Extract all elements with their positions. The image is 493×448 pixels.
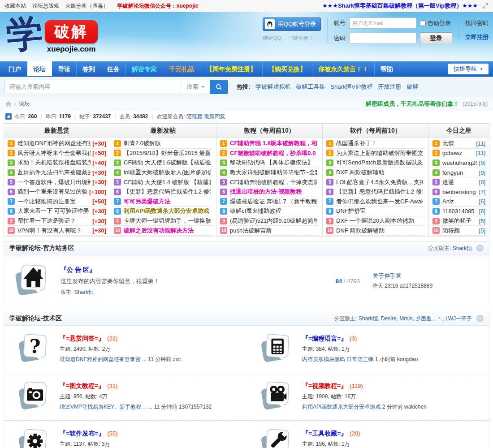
section-header-official[interactable]: 学破解论坛-官方站务区 分区版主: Shark恒 − [4,241,489,255]
thread-link[interactable]: LOL酷客盒子4.5永久免费版，支持 [336,178,423,186]
forum-link[interactable]: 『=软件发布=』 [60,430,104,437]
thread-link[interactable]: 利用API函数通杀大部分安卓游戏 [124,207,211,215]
site-logo[interactable]: 学 破解 xuepojie.com [6,13,98,54]
list-item[interactable]: LOL酷客盒子4.5永久免费版，支持 [326,177,425,187]
list-item[interactable]: CF辅助 大天使1.4 破解版 【核盾验 [114,177,212,187]
list-item[interactable]: 【2015/9/18】虾米音乐2015 最新破 [114,149,212,159]
list-item[interactable]: 移动刷钻代码 【具体步骤依法】 [220,158,319,168]
last-post-link[interactable]: 谁知道DNF邪神的网盘还有登录密 [60,356,141,362]
list-item[interactable]: 找退出暗桩的方法-视频教程 [220,187,319,197]
moderator-link[interactable]: Shark恒 [453,245,472,251]
topbar-link[interactable]: 火眼分析（查毒） [65,3,108,9]
member-link[interactable]: wushuhang201 [442,159,477,166]
fullscreen-arrows-icon[interactable] [482,3,489,9]
thread-link[interactable]: 移动刷钻代码 【具体步骤依法】 [230,159,317,167]
announcement-house-bubble-icon[interactable] [13,262,51,301]
list-item[interactable]: CF辅助奔驰破解教程，干掉变态防破 [220,177,319,187]
thread-link[interactable]: 可可SendPatch最新版抓数据以及补数 [336,159,423,167]
thread-link[interactable]: DXF 一个据说20人副本的辅助 [336,217,423,225]
section-header-tech[interactable]: 学破解论坛-技术区 分区版主: Shark恒, Desire, Mrsin, 彡… [4,312,489,326]
thread-link[interactable]: 卡牌大师一键切牌助手，一键换肤， [124,217,211,225]
list-item[interactable]: 帮忙看一下这是验证？[+30] [8,216,106,226]
list-item[interactable]: lol联盟大师破解版新人(图片多加载可 [114,168,212,178]
list-item[interactable]: CF辅助 大天使1.6破解版【核盾验 [114,158,212,168]
list-item[interactable]: 破解cf魔鬼辅助教程 [220,207,319,216]
register-link[interactable]: 立即注册 [465,33,489,41]
last-post-link[interactable]: 利用API函数通杀大部分安卓游戏 [302,404,381,410]
list-item[interactable]: fengyun[9] [432,168,485,178]
list-item[interactable]: 战国通杀补丁！ [326,139,425,149]
thread-link[interactable]: 找退出暗桩的方法-视频教程 [230,188,317,196]
list-item[interactable]: 卡牌大师一键切牌助手，一键换肤， [114,216,212,226]
question-bubble-icon[interactable]: ? [17,332,51,367]
thread-link[interactable]: 破解之后没有功能解决方法 [124,227,211,235]
thread-link[interactable]: CF魅族辅助破解教程，秒杀哦0.0 [230,149,317,157]
search-input[interactable] [5,80,181,94]
thread-link[interactable]: 谁知道DNF邪神的网盘还有登录 [17,139,91,147]
list-item[interactable]: CF辅助奔驰 1.8版本破解教程，相对 [220,139,319,149]
thread-link[interactable]: (易游验证)521内部9.10破解超简单教 [230,217,317,225]
nav-item-guide[interactable]: 导读 [52,61,77,76]
topbar-link[interactable]: 收藏本站 [4,3,26,9]
list-item[interactable]: 教大家详细破解辅助等等细节~全套 [220,168,319,178]
hot-search-link[interactable]: 破解工具集 [296,83,325,91]
thread-link[interactable]: DXF 两款破解辅助 [336,168,423,177]
member-link[interactable]: fengyun [442,169,477,176]
last-post-link[interactable]: 关于伸手党 [372,272,480,280]
notice-link[interactable]: 解密组成员，千元礼品等着你们拿！ [366,100,459,108]
auto-login-checkbox[interactable]: 自动登录 [420,19,452,27]
list-item[interactable]: 利用API函数通杀大部分安卓游戏 [114,207,212,216]
forum-link[interactable]: 『=悬赏问答=』 [60,335,104,342]
list-item[interactable]: 为大家送上新的辅助破解附带图文讲 [326,149,425,159]
thread-link[interactable]: CF辅助 大天使1.6破解版【核盾验 [124,159,211,167]
film-camera-bubble-icon[interactable] [259,379,293,414]
forum-link[interactable]: 『公 告 区』 [61,266,95,273]
wrench-bubble-icon[interactable] [259,426,293,448]
list-item[interactable]: 一个答题软件，爆破只出现部分[+30] [8,177,106,187]
thread-link[interactable]: 风云呀大神呀来个全套帮我得吧 [17,149,91,157]
nav-item-forum[interactable]: 论坛 [27,61,52,76]
list-item[interactable]: 一个比较难搞的注册宝[+50] [8,197,106,207]
list-item[interactable]: 大家来看一下 可可验证咋弄[+30] [8,207,106,216]
list-item[interactable]: 【更新】恶意代码拦截插件1.2 修复 [326,187,425,197]
nav-item-checkin[interactable]: 签到 [77,61,101,76]
thread-link[interactable]: 一个答题软件，爆破只出现部分 [17,178,91,186]
member-link[interactable]: 1160314085 [442,208,477,215]
member-link[interactable]: 无情 [442,139,474,147]
list-item[interactable]: 破解之后没有功能解决方法 [114,226,212,236]
gear-bubble-icon[interactable] [17,426,51,448]
list-item[interactable]: CF魅族辅助破解教程，秒杀哦0.0 [220,149,319,159]
member-link[interactable]: gcbowz [442,150,474,156]
list-item[interactable]: VPN啊！有没有人有呢？[+30] [8,226,106,236]
thread-link[interactable]: CF辅助奔驰 1.8版本破解教程，相对 [230,139,317,147]
last-post-link[interactable]: 绕过VMP寻找易游KEY。新手教程， [60,404,147,410]
thread-link[interactable]: lol联盟大师破解版新人(图片多加载可 [124,168,211,177]
list-item[interactable]: 看你们那么欢我也来一发CF-Awaken [326,197,425,207]
thread-link[interactable]: 战国通杀补丁！ [336,139,423,147]
camera-bubble-icon[interactable] [17,379,51,414]
thread-link[interactable]: push法破解宙斯 [230,227,317,235]
forgot-password-link[interactable]: 找回密码 [465,19,489,27]
member-link[interactable]: Aniz [442,198,477,205]
thread-link[interactable]: 一个比较难搞的注册宝 [17,198,91,206]
thread-link[interactable]: DNF护舒宝 [336,207,423,215]
collapse-icon[interactable]: − [476,245,484,252]
forum-link[interactable]: 『=视频教程=』 [302,382,347,389]
list-item[interactable]: 可可另类爆破方法 [114,197,212,207]
qq-login-button[interactable]: 用QQ帐号登录 [263,17,321,31]
list-item[interactable]: DXF 两款破解辅助 [326,168,425,178]
hot-search-link[interactable]: 学破解虚拟机 [255,83,290,91]
list-item[interactable]: DNF护舒宝 [326,207,425,216]
latest-reply-link[interactable]: 最新回复 [204,113,225,121]
home-icon[interactable] [5,101,12,107]
list-item[interactable]: 逍遥[8] [432,177,485,187]
list-item[interactable]: DNF 两款破解辅助 [326,226,425,236]
thread-link[interactable]: 可可另类爆破方法 [124,198,211,206]
breadcrumb-forum-link[interactable]: 论坛 [19,100,30,108]
nav-item-gifts[interactable]: 千元礼品 [163,61,200,76]
thread-link[interactable]: CF辅助 大天使1.4 破解版 【核盾验 [124,178,211,186]
thread-link[interactable]: DNF 两款破解辅助 [336,227,423,235]
list-item[interactable]: 谁知道DNF邪神的网盘还有登录[+30] [8,139,106,149]
thread-link[interactable]: 帮忙看一下这是验证？ [17,217,91,225]
list-item[interactable]: push法破解宙斯 [220,226,319,236]
